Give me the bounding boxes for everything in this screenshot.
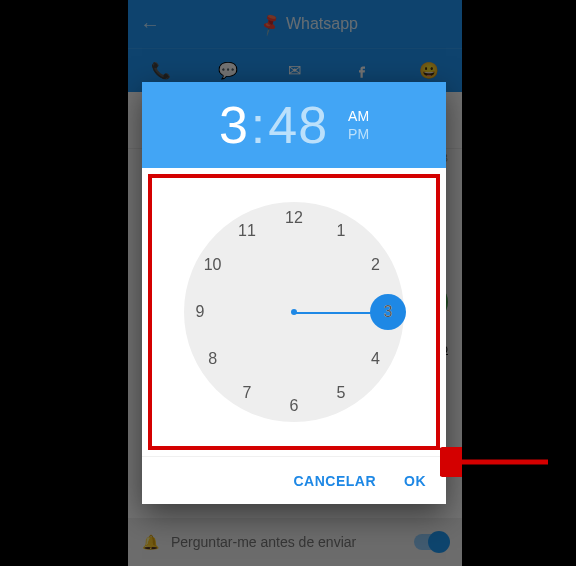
clock-number-4[interactable]: 4 (361, 345, 389, 373)
pm-option[interactable]: PM (348, 125, 369, 143)
cancel-button[interactable]: CANCELAR (293, 473, 376, 489)
hour-value[interactable]: 3 (219, 95, 249, 155)
ok-button[interactable]: OK (404, 473, 426, 489)
clock-hand (294, 312, 372, 314)
clock-number-10[interactable]: 10 (199, 251, 227, 279)
clock-number-1[interactable]: 1 (327, 217, 355, 245)
clock-highlight-box: 3 121234567891011 (148, 174, 440, 450)
dialog-actions: CANCELAR OK (142, 456, 446, 504)
clock-number-12[interactable]: 12 (280, 204, 308, 232)
ampm-selector: AM PM (348, 107, 369, 143)
am-option[interactable]: AM (348, 107, 369, 125)
clock-center-dot (291, 309, 297, 315)
clock-number-5[interactable]: 5 (327, 379, 355, 407)
time-colon: : (251, 95, 266, 155)
clock-face-container[interactable]: 3 121234567891011 (174, 192, 414, 432)
clock-number-9[interactable]: 9 (186, 298, 214, 326)
clock-number-3[interactable]: 3 (374, 298, 402, 326)
clock-number-11[interactable]: 11 (233, 217, 261, 245)
clock-number-8[interactable]: 8 (199, 345, 227, 373)
time-picker-header: 3 : 48 AM PM (142, 82, 446, 168)
clock-number-7[interactable]: 7 (233, 379, 261, 407)
time-picker-dialog: 3 : 48 AM PM 3 121234567891011 CANCELAR … (142, 82, 446, 504)
time-display: 3 : 48 (219, 95, 328, 155)
clock-number-2[interactable]: 2 (361, 251, 389, 279)
clock-number-6[interactable]: 6 (280, 392, 308, 420)
minute-value[interactable]: 48 (268, 95, 328, 155)
